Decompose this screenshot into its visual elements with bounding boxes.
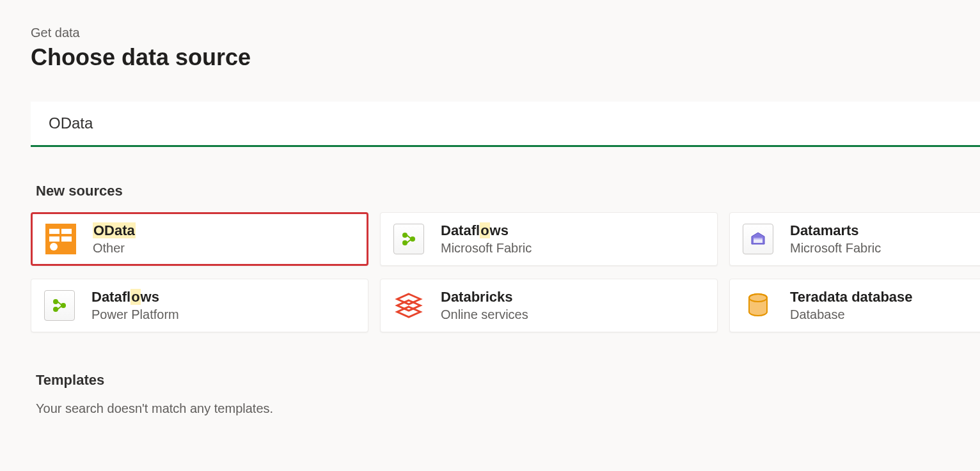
source-card-databricks[interactable]: Databricks Online services [380,279,718,332]
card-subtitle: Microsoft Fabric [790,241,881,256]
card-subtitle: Other [93,241,136,256]
card-title: Datamarts [790,222,881,239]
svg-rect-10 [754,238,763,240]
templates-empty-message: Your search doesn't match any templates. [36,401,980,416]
card-subtitle: Database [790,307,913,322]
source-card-odata[interactable]: OData Other [31,212,368,266]
odata-icon [43,221,79,257]
card-title: Dataflows [91,289,179,305]
card-title: Dataflows [441,222,532,239]
svg-point-13 [61,303,66,308]
svg-point-8 [410,236,415,242]
card-title: OData [93,222,136,239]
card-subtitle: Power Platform [91,307,179,322]
source-card-dataflows-powerplatform[interactable]: Dataflows Power Platform [31,279,368,332]
new-sources-grid: OData Other Dataflows Microsoft Fabric [31,212,980,332]
card-subtitle: Online services [441,307,528,322]
dataflow-icon [391,221,427,257]
card-title: Teradata database [790,289,913,305]
source-card-datamarts[interactable]: Datamarts Microsoft Fabric [729,212,980,266]
datamart-icon [740,221,776,257]
search-container [31,102,980,147]
svg-point-12 [53,307,58,312]
teradata-icon [740,288,776,323]
search-input[interactable] [31,102,980,147]
dataflow-icon [42,288,77,323]
source-card-dataflows-fabric[interactable]: Dataflows Microsoft Fabric [380,212,718,266]
svg-point-11 [53,299,58,304]
databricks-icon [391,288,427,323]
svg-rect-2 [61,229,72,234]
source-card-teradata[interactable]: Teradata database Database [729,279,980,332]
card-subtitle: Microsoft Fabric [441,241,532,256]
breadcrumb: Get data [31,26,980,40]
svg-rect-4 [61,236,72,242]
section-heading-templates: Templates [36,372,980,389]
svg-rect-1 [49,229,59,234]
section-heading-new-sources: New sources [36,183,980,199]
svg-point-5 [50,243,58,251]
card-title: Databricks [441,289,528,305]
svg-point-7 [402,240,407,245]
svg-point-6 [402,233,407,238]
svg-rect-3 [49,236,59,242]
page-title: Choose data source [31,44,980,71]
